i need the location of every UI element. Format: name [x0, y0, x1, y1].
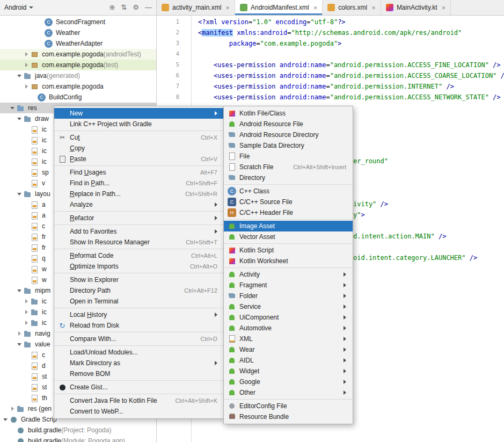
- menu-item-find-usages[interactable]: Find UsagesAlt+F7: [54, 167, 224, 178]
- tab-mainactivity-kt[interactable]: MainActivity.kt×: [381, 0, 451, 15]
- chevron-right-icon[interactable]: [23, 62, 30, 68]
- menu-item-paste[interactable]: PasteCtrl+V: [54, 154, 224, 164]
- close-tab-icon[interactable]: ×: [371, 4, 376, 12]
- chevron-right-icon[interactable]: [23, 51, 30, 57]
- close-tab-icon[interactable]: ×: [225, 4, 230, 12]
- chevron-down-icon[interactable]: [2, 416, 9, 423]
- menu-item-optimize-imports[interactable]: Optimize ImportsCtrl+Alt+O: [54, 261, 224, 272]
- close-tab-icon[interactable]: ×: [442, 4, 446, 12]
- menu-item-copy[interactable]: Copy: [54, 143, 224, 154]
- chevron-right-icon[interactable]: [23, 83, 30, 90]
- code-token: ?>: [338, 18, 345, 26]
- chevron-right-icon[interactable]: [23, 309, 30, 315]
- tree-item-com-example-pogoda-test[interactable]: com.example.pogoda (test): [0, 60, 156, 70]
- submenu-item-file[interactable]: File: [224, 151, 353, 162]
- tree-item-label: WeatherAdapter: [56, 40, 103, 47]
- tree-item-com-example-pogoda-androidtest[interactable]: com.example.pogoda (androidTest): [0, 49, 156, 60]
- chevron-down-icon[interactable]: [9, 105, 16, 111]
- chevron-down-icon[interactable]: [16, 115, 23, 122]
- menu-item-create-gist[interactable]: Create Gist...: [54, 382, 224, 393]
- submenu-item-editorconfig-file[interactable]: EditorConfig File: [224, 401, 353, 411]
- tree-item-java-generated[interactable]: java (generated): [0, 70, 156, 81]
- submenu-item-android-resource-directory[interactable]: Android Resource Directory: [224, 129, 353, 140]
- folder-icon: [17, 405, 25, 413]
- menu-item-local-history[interactable]: Local History: [54, 309, 224, 320]
- submenu-item-activity[interactable]: Activity: [224, 269, 353, 280]
- tab-activity-main-xml[interactable]: activity_main.xml×: [157, 0, 235, 15]
- submenu-item-kotlin-file-class[interactable]: Kotlin File/Class: [224, 108, 353, 119]
- menu-item-find-in-path[interactable]: Find in Path...Ctrl+Shift+F: [54, 178, 224, 189]
- menu-item-replace-in-path[interactable]: Replace in Path...Ctrl+Shift+R: [54, 189, 224, 199]
- submenu-item-google[interactable]: Google: [224, 376, 353, 387]
- menu-item-reformat-code[interactable]: Reformat CodeCtrl+Alt+L: [54, 250, 224, 261]
- menu-item-show-in-explorer[interactable]: Show in Explorer: [54, 274, 224, 285]
- submenu-item-other[interactable]: Other: [224, 387, 353, 398]
- chevron-down-icon[interactable]: [16, 341, 23, 347]
- chevron-right-icon[interactable]: [16, 330, 23, 337]
- submenu-item-aidl[interactable]: AIDL: [224, 355, 353, 366]
- close-tab-icon[interactable]: ×: [313, 4, 318, 12]
- menu-item-reload-from-disk[interactable]: ↻Reload from Disk: [54, 320, 224, 331]
- submenu-item-c-class[interactable]: CC++ Class: [224, 186, 353, 197]
- chevron-right-icon[interactable]: [9, 405, 16, 412]
- tree-item-label: com.example.pogoda: [42, 83, 104, 90]
- submenu-item-image-asset[interactable]: Image Asset: [224, 221, 353, 231]
- tree-item-weatheradapter[interactable]: WeatherAdapter: [0, 38, 156, 49]
- tree-item-secondfragment[interactable]: SecondFragment: [0, 17, 156, 27]
- xml-icon: [31, 169, 39, 177]
- menu-item-cut[interactable]: ✂CutCtrl+X: [54, 132, 224, 143]
- chevron-down-icon[interactable]: [16, 287, 23, 294]
- menu-item-compare-with[interactable]: Compare With...Ctrl+D: [54, 334, 224, 344]
- tree-item-build-gradle-project-pogoda[interactable]: build.gradle (Project: Pogoda): [0, 425, 156, 436]
- chevron-right-icon[interactable]: [23, 320, 30, 326]
- menu-item-convert-java-file-to-kotlin-file[interactable]: Convert Java File to Kotlin FileCtrl+Alt…: [54, 395, 224, 406]
- submenu-item-android-resource-file[interactable]: Android Resource File: [224, 119, 353, 129]
- submenu-item-c-c-header-file[interactable]: HC/C++ Header File: [224, 207, 353, 218]
- settings-icon[interactable]: [133, 3, 139, 12]
- menu-item-new[interactable]: New: [54, 108, 224, 119]
- tree-item-suffix: (test): [104, 61, 118, 69]
- submenu-item-directory[interactable]: Directory: [224, 172, 353, 183]
- submenu-item-automotive[interactable]: Automotive: [224, 323, 353, 334]
- submenu-item-wear[interactable]: Wear: [224, 344, 353, 355]
- menu-item-refactor[interactable]: Refactor: [54, 213, 224, 223]
- submenu-item-fragment[interactable]: Fragment: [224, 280, 353, 291]
- menu-item-convert-to-webp[interactable]: Convert to WebP...: [54, 406, 224, 417]
- chevron-down-icon[interactable]: [16, 73, 23, 79]
- tree-item-label: c: [42, 222, 45, 230]
- submenu-item-service[interactable]: Service: [224, 301, 353, 312]
- submenu-item-resource-bundle[interactable]: Resource Bundle: [224, 411, 353, 422]
- icon-spacer: [58, 369, 67, 378]
- tree-item-buildconfig[interactable]: BuildConfig: [0, 92, 156, 103]
- submenu-item-vector-asset[interactable]: Vector Asset: [224, 231, 353, 242]
- submenu-item-uicomponent[interactable]: UiComponent: [224, 312, 353, 323]
- submenu-item-sample-data-directory[interactable]: Sample Data Directory: [224, 140, 353, 151]
- menu-item-directory-path[interactable]: Directory PathCtrl+Alt+F12: [54, 285, 224, 296]
- menu-item-remove-bom[interactable]: Remove BOM: [54, 368, 224, 379]
- tab-androidmanifest-xml[interactable]: AndroidManifest.xml×: [235, 0, 323, 15]
- menu-item-open-in-terminal[interactable]: Open in Terminal: [54, 296, 224, 307]
- menu-item-mark-directory-as[interactable]: Mark Directory as: [54, 358, 224, 368]
- menu-item-link-c-project-with-gradle[interactable]: Link C++ Project with Gradle: [54, 119, 224, 129]
- chevron-right-icon[interactable]: [23, 298, 30, 305]
- submenu-item-c-c-source-file[interactable]: CC/C++ Source File: [224, 197, 353, 207]
- tree-item-com-example-pogoda[interactable]: com.example.pogoda: [0, 81, 156, 92]
- tree-item-weather[interactable]: Weather: [0, 27, 156, 38]
- menu-item-add-to-favorites[interactable]: Add to Favorites: [54, 226, 224, 237]
- menu-item-load-unload-modules[interactable]: Load/Unload Modules...: [54, 347, 224, 358]
- options-icon[interactable]: [109, 3, 115, 12]
- project-view-selector[interactable]: Android: [4, 4, 33, 11]
- submenu-item-widget[interactable]: Widget: [224, 366, 353, 376]
- collapse-all-icon[interactable]: [121, 3, 127, 12]
- menu-item-analyze[interactable]: Analyze: [54, 199, 224, 210]
- submenu-item-scratch-file[interactable]: Scratch FileCtrl+Alt+Shift+Insert: [224, 162, 353, 172]
- submenu-item-kotlin-worksheet[interactable]: Kotlin Worksheet: [224, 256, 353, 266]
- hide-icon[interactable]: [145, 3, 152, 12]
- menu-item-show-in-resource-manager[interactable]: Show In Resource ManagerCtrl+Shift+T: [54, 237, 224, 248]
- chevron-down-icon[interactable]: [16, 191, 23, 197]
- submenu-item-kotlin-script[interactable]: Kotlin Script: [224, 245, 353, 256]
- tab-colors-xml[interactable]: colors.xml×: [323, 0, 381, 15]
- tree-item-build-gradle-module-pogoda-app[interactable]: build.gradle (Module: Pogoda.app): [0, 436, 156, 442]
- submenu-item-xml[interactable]: XML: [224, 334, 353, 344]
- submenu-item-folder[interactable]: Folder: [224, 291, 353, 301]
